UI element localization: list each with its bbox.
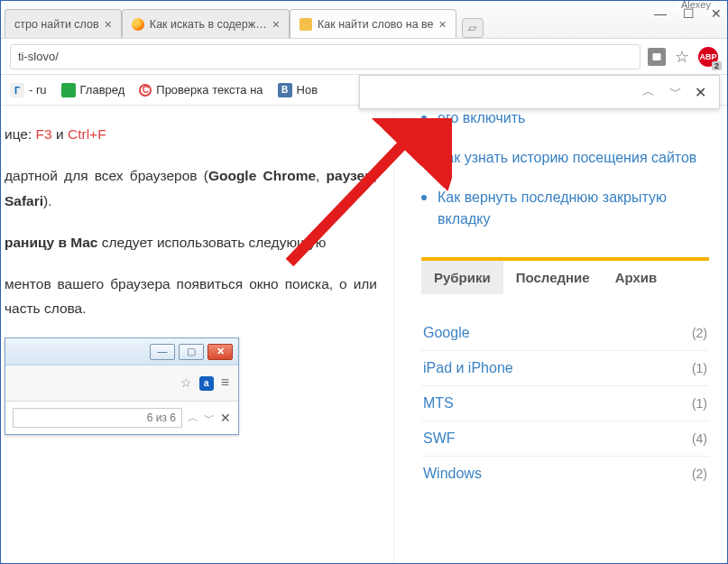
tab-recent[interactable]: Последние bbox=[503, 261, 603, 294]
list-item: Как вернуть последнюю закрытую вкладку bbox=[421, 187, 709, 230]
tab-archive[interactable]: Архив bbox=[603, 261, 670, 294]
bookmark-label: Нов bbox=[297, 83, 318, 97]
tab-strip: стро найти слов × Как искать в содержим … bbox=[1, 1, 484, 38]
paragraph: дартной для всех браузеров (Google Chrom… bbox=[5, 163, 377, 214]
vk-icon: B bbox=[278, 83, 292, 97]
browser-tab-0[interactable]: стро найти слов × bbox=[5, 9, 122, 38]
link[interactable]: Как вернуть последнюю закрытую вкладку bbox=[438, 190, 667, 227]
paragraph: раницу в Mac следует использовать следую… bbox=[5, 230, 377, 255]
list-item: Как узнать историю посещения сайтов bbox=[421, 147, 709, 169]
paragraph: ице: F3 и Ctrl+F bbox=[5, 122, 377, 147]
close-icon[interactable]: ✕ bbox=[711, 6, 722, 21]
window-controls: — ☐ ✕ bbox=[654, 6, 722, 21]
browser-tab-1[interactable]: Как искать в содержим × bbox=[122, 9, 290, 38]
category-row: SWF (4) bbox=[421, 421, 709, 457]
bookmark-item[interactable]: C Проверка текста на bbox=[139, 83, 263, 97]
find-next-icon[interactable]: ﹀ bbox=[662, 84, 689, 100]
category-row: Google (2) bbox=[421, 316, 709, 351]
list-item: его включить bbox=[421, 107, 709, 129]
category-link[interactable]: MTS bbox=[423, 395, 454, 411]
tab-title: стро найти слов bbox=[14, 18, 99, 31]
article-body: ице: F3 и Ctrl+F дартной для всех браузе… bbox=[1, 107, 393, 563]
minimize-icon[interactable]: — bbox=[150, 344, 175, 360]
category-link[interactable]: iPad и iPhone bbox=[423, 360, 513, 376]
new-tab-button[interactable]: ▱ bbox=[462, 18, 484, 38]
bookmark-star-icon[interactable]: ☆ bbox=[180, 372, 192, 394]
category-count: (2) bbox=[692, 467, 707, 481]
close-icon[interactable]: ✕ bbox=[689, 84, 712, 101]
extension-icon[interactable]: a bbox=[199, 376, 214, 391]
close-icon[interactable]: ✕ bbox=[207, 344, 233, 360]
thumb-find-bar: 6 из 6 ︿ ﹀ ✕ bbox=[5, 402, 238, 434]
url-input[interactable]: ti-slovo/ bbox=[10, 44, 640, 69]
close-icon[interactable]: × bbox=[439, 17, 447, 32]
maximize-icon[interactable]: ▢ bbox=[179, 344, 204, 360]
find-input[interactable] bbox=[367, 80, 635, 104]
category-count: (1) bbox=[692, 396, 707, 411]
close-icon[interactable]: × bbox=[272, 17, 280, 32]
find-prev-icon[interactable]: ︿ bbox=[188, 409, 198, 429]
bookmark-item[interactable]: Главред bbox=[61, 83, 125, 97]
bookmark-label: - ru bbox=[29, 83, 47, 97]
site-icon bbox=[299, 18, 312, 31]
bookmark-label: Проверка текста на bbox=[156, 83, 263, 97]
adblock-icon[interactable]: ABP bbox=[698, 47, 718, 67]
link[interactable]: его включить bbox=[438, 110, 525, 125]
bookmark-item[interactable]: Г - ru bbox=[10, 83, 47, 97]
link[interactable]: Как узнать историю посещения сайтов bbox=[438, 150, 696, 165]
firefox-icon bbox=[132, 18, 144, 31]
tab-title: Как искать в содержим bbox=[150, 18, 267, 31]
category-count: (1) bbox=[692, 361, 707, 375]
category-row: iPad и iPhone (1) bbox=[421, 351, 709, 386]
thumb-window-controls: — ▢ ✕ bbox=[5, 338, 238, 365]
find-prev-icon[interactable]: ︿ bbox=[635, 84, 662, 100]
svg-rect-0 bbox=[653, 53, 661, 60]
category-link[interactable]: Google bbox=[423, 325, 470, 341]
menu-icon[interactable]: ≡ bbox=[221, 370, 229, 396]
bookmark-star-icon[interactable]: ☆ bbox=[675, 47, 689, 67]
find-next-icon[interactable]: ﹀ bbox=[204, 409, 215, 429]
bookmark-label: Главред bbox=[80, 83, 125, 97]
category-list: Google (2) iPad и iPhone (1) MTS (1) SWF… bbox=[421, 316, 709, 491]
close-icon[interactable]: × bbox=[105, 17, 112, 32]
close-icon[interactable]: ✕ bbox=[220, 407, 231, 430]
address-bar: ti-slovo/ ☆ ABP bbox=[1, 39, 727, 75]
sidebar: его включить Как узнать историю посещени… bbox=[393, 107, 727, 563]
category-link[interactable]: Windows bbox=[423, 466, 482, 482]
window-titlebar: стро найти слов × Как искать в содержим … bbox=[1, 1, 727, 39]
site-icon: Г bbox=[10, 83, 24, 97]
url-text: ti-slovo/ bbox=[18, 50, 59, 63]
page-content: ице: F3 и Ctrl+F дартной для всех браузе… bbox=[1, 107, 727, 563]
bookmark-item[interactable]: B Нов bbox=[278, 83, 318, 97]
site-icon: C bbox=[139, 84, 152, 97]
thumb-toolbar: ☆ a ≡ bbox=[5, 365, 238, 402]
category-count: (2) bbox=[692, 326, 707, 340]
category-row: MTS (1) bbox=[421, 386, 709, 421]
find-in-page-bar: ︿ ﹀ ✕ bbox=[359, 75, 720, 109]
tab-title: Как найти слово на ве bbox=[318, 18, 434, 31]
screenshot-thumbnail: — ▢ ✕ ☆ a ≡ 6 из 6 ︿ ﹀ ✕ bbox=[5, 337, 239, 435]
paragraph: ментов вашего браузера появиться окно по… bbox=[5, 272, 377, 322]
sidebar-tabs: Рубрики Последние Архив bbox=[421, 257, 709, 294]
maximize-icon[interactable]: ☐ bbox=[683, 6, 695, 21]
tab-categories[interactable]: Рубрики bbox=[421, 261, 503, 294]
category-count: (4) bbox=[692, 431, 707, 446]
browser-tab-2[interactable]: Как найти слово на ве × bbox=[290, 9, 456, 38]
reader-mode-icon[interactable] bbox=[648, 48, 666, 66]
find-result-count: 6 из 6 bbox=[13, 408, 182, 428]
related-links: его включить Как узнать историю посещени… bbox=[421, 107, 709, 230]
category-link[interactable]: SWF bbox=[423, 430, 456, 447]
site-icon bbox=[61, 83, 76, 97]
minimize-icon[interactable]: — bbox=[654, 6, 667, 21]
category-row: Windows (2) bbox=[421, 457, 709, 491]
